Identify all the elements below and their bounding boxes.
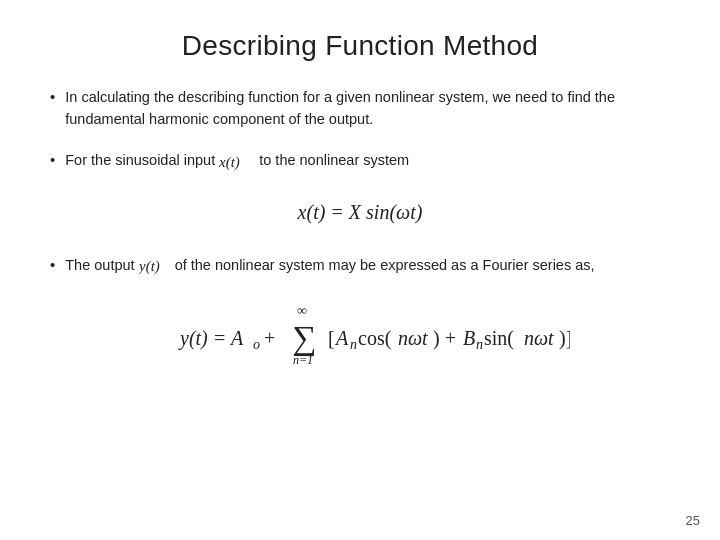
equation-2-svg: y(t) = A o + ∑ n=1 ∞ [ A n cos( nωt ) + … bbox=[150, 299, 570, 369]
content-area: • In calculating the describing function… bbox=[50, 86, 670, 510]
svg-text:n=1: n=1 bbox=[293, 353, 313, 367]
svg-text:x(t): x(t) bbox=[219, 154, 240, 171]
bullet3-math-inline: y(t) bbox=[139, 257, 171, 273]
svg-text:+: + bbox=[264, 327, 275, 349]
bullet-text-3: The output y(t) of the nonlinear system … bbox=[65, 254, 594, 278]
bullet-item-1: • In calculating the describing function… bbox=[50, 86, 670, 131]
bullet2-text-before: For the sinusoidal input bbox=[65, 152, 219, 168]
svg-text:[: [ bbox=[328, 327, 335, 349]
bullet3-text-after: of the nonlinear system may be expressed… bbox=[171, 257, 595, 273]
slide-title: Describing Function Method bbox=[50, 30, 670, 62]
svg-text:cos(: cos( bbox=[358, 327, 392, 350]
svg-text:)]: )] bbox=[559, 327, 570, 350]
svg-text:y(t) = A: y(t) = A bbox=[178, 327, 244, 350]
svg-text:o: o bbox=[253, 337, 260, 352]
svg-text:n: n bbox=[350, 337, 357, 352]
bullet-dot-3: • bbox=[50, 256, 55, 273]
equation-2: y(t) = A o + ∑ n=1 ∞ [ A n cos( nωt ) + … bbox=[50, 299, 670, 374]
page-number: 25 bbox=[686, 513, 700, 528]
svg-text:∑: ∑ bbox=[292, 319, 316, 357]
svg-text:B: B bbox=[463, 327, 475, 349]
equation-1-svg: x(t) = X sin(ωt) bbox=[260, 193, 460, 229]
bullet-text-2: For the sinusoidal input x(t) to the non… bbox=[65, 149, 409, 173]
bullet-dot-2: • bbox=[50, 151, 55, 168]
svg-text:n: n bbox=[476, 337, 483, 352]
svg-text:∞: ∞ bbox=[297, 303, 307, 318]
svg-text:sin(: sin( bbox=[484, 327, 514, 350]
slide-container: Describing Function Method • In calculat… bbox=[0, 0, 720, 540]
bullet-text-1: In calculating the describing function f… bbox=[65, 86, 670, 131]
bullet-dot-1: • bbox=[50, 88, 55, 105]
svg-text:nωt: nωt bbox=[524, 327, 554, 349]
bullet2-text-after: to the nonlinear system bbox=[255, 152, 409, 168]
svg-text:A: A bbox=[334, 327, 349, 349]
bullet-item-3: • The output y(t) of the nonlinear syste… bbox=[50, 254, 670, 278]
svg-text:nωt: nωt bbox=[398, 327, 428, 349]
svg-text:) +: ) + bbox=[433, 327, 456, 350]
svg-text:x(t) = X sin(ωt): x(t) = X sin(ωt) bbox=[297, 201, 423, 224]
bullet-item-2: • For the sinusoidal input x(t) to the n… bbox=[50, 149, 670, 173]
bullet2-math-inline: x(t) bbox=[219, 152, 255, 168]
svg-text:y(t): y(t) bbox=[139, 258, 160, 275]
bullet3-text-before: The output bbox=[65, 257, 138, 273]
equation-1: x(t) = X sin(ωt) bbox=[50, 193, 670, 234]
